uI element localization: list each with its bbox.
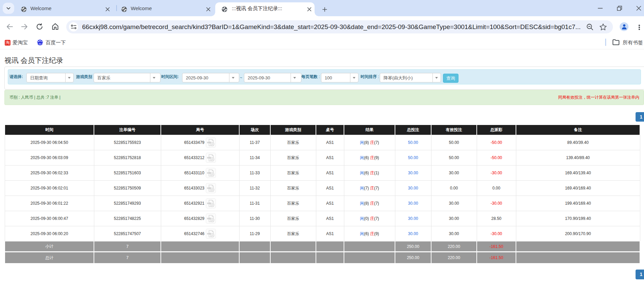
- svg-text:du: du: [39, 42, 41, 45]
